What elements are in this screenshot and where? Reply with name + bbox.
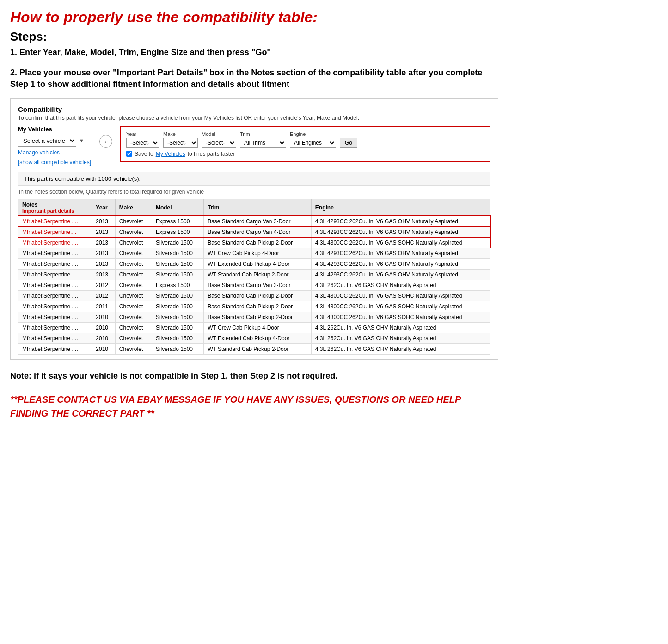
table-cell: Base Standard Cab Pickup 2-Door [204, 301, 312, 312]
ymm-fields: Year -Select- Make -Select- Model -Selec… [120, 126, 490, 162]
table-cell: Silverado 1500 [152, 258, 203, 269]
cell-notes: Mfrlabel:Serpentine .... [18, 290, 92, 301]
table-cell: Silverado 1500 [152, 312, 203, 322]
table-cell: Chevrolet [115, 258, 152, 269]
table-cell: Express 1500 [152, 227, 203, 237]
col-engine: Engine [311, 199, 490, 216]
dropdown-arrow-icon: ▼ [79, 138, 84, 143]
table-cell: 4.3L 4293CC 262Cu. In. V6 GAS OHV Natura… [311, 227, 490, 237]
table-cell: 4.3L 4293CC 262Cu. In. V6 GAS OHV Natura… [311, 248, 490, 258]
engine-select[interactable]: All Engines [290, 138, 336, 148]
table-cell: 4.3L 262Cu. In. V6 GAS OHV Naturally Asp… [311, 322, 490, 333]
table-cell: Chevrolet [115, 280, 152, 290]
table-cell: Base Standard Cab Pickup 2-Door [204, 312, 312, 322]
table-row: Mfrlabel:Serpentine ....2010ChevroletSil… [18, 322, 490, 333]
table-cell: Base Standard Cab Pickup 2-Door [204, 237, 312, 248]
table-cell: 4.3L 4300CC 262Cu. In. V6 GAS SOHC Natur… [311, 290, 490, 301]
table-cell: 4.3L 4293CC 262Cu. In. V6 GAS OHV Natura… [311, 269, 490, 280]
cell-notes: Mfrlabel:Serpentine .... [18, 248, 92, 258]
table-cell: 4.3L 4300CC 262Cu. In. V6 GAS SOHC Natur… [311, 301, 490, 312]
engine-label: Engine [290, 131, 336, 137]
table-cell: 2013 [92, 227, 116, 237]
table-cell: Chevrolet [115, 343, 152, 354]
table-cell: Chevrolet [115, 216, 152, 227]
table-cell: 2011 [92, 301, 116, 312]
cell-notes: Mfrlabel:Serpentine .... [18, 301, 92, 312]
table-cell: Chevrolet [115, 301, 152, 312]
table-cell: Silverado 1500 [152, 290, 203, 301]
table-header-row: Notes Important part details Year Make M… [18, 199, 490, 216]
compatibility-table: Notes Important part details Year Make M… [18, 199, 490, 355]
table-cell: Chevrolet [115, 269, 152, 280]
table-cell: Base Standard Cargo Van 4-Door [204, 227, 312, 237]
table-cell: WT Standard Cab Pickup 2-Door [204, 269, 312, 280]
contact-text: **PLEASE CONTACT US VIA EBAY MESSAGE IF … [10, 393, 498, 420]
make-select[interactable]: -Select- [163, 138, 198, 148]
table-row: Mfrlabel:Serpentine ....2013ChevroletExp… [18, 216, 490, 227]
engine-field: Engine All Engines [290, 131, 336, 148]
ymm-row: Year -Select- Make -Select- Model -Selec… [126, 131, 484, 148]
table-cell: 2013 [92, 269, 116, 280]
table-cell: Express 1500 [152, 280, 203, 290]
table-cell: Base Standard Cargo Van 3-Door [204, 216, 312, 227]
table-cell: Silverado 1500 [152, 301, 203, 312]
cell-notes: Mfrlabel:Serpentine .... [18, 280, 92, 290]
table-cell: 2013 [92, 258, 116, 269]
model-field: Model -Select- [202, 131, 236, 148]
table-cell: 4.3L 4293CC 262Cu. In. V6 GAS OHV Natura… [311, 258, 490, 269]
table-cell: Chevrolet [115, 248, 152, 258]
select-vehicle-dropdown[interactable]: Select a vehicle [18, 135, 76, 147]
table-cell: Silverado 1500 [152, 269, 203, 280]
table-row: Mfrlabel:Serpentine ....2010ChevroletSil… [18, 343, 490, 354]
compatibility-widget: Compatibility To confirm that this part … [10, 98, 498, 360]
or-circle: or [99, 135, 112, 148]
table-cell: Base Standard Cargo Van 3-Door [204, 280, 312, 290]
col-year: Year [92, 199, 116, 216]
table-cell: 2010 [92, 343, 116, 354]
model-select[interactable]: -Select- [202, 138, 236, 148]
col-trim: Trim [204, 199, 312, 216]
manage-vehicles-link[interactable]: Manage vehicles [18, 149, 92, 156]
table-row: Mfrlabel:Serpentine ....2010ChevroletSil… [18, 333, 490, 343]
go-button[interactable]: Go [340, 138, 357, 148]
table-cell: 2010 [92, 333, 116, 343]
my-vehicles-save-link[interactable]: My Vehicles [156, 151, 185, 157]
my-vehicles-label: My Vehicles [18, 126, 92, 133]
table-row: Mfrlabel:Serpentine ....2013ChevroletSil… [18, 269, 490, 280]
col-notes: Notes Important part details [18, 199, 92, 216]
save-row: Save to My Vehicles to finds parts faste… [126, 151, 484, 157]
table-row: Mfrlabel:Serpentine ....2013ChevroletSil… [18, 248, 490, 258]
step1-text: 1. Enter Year, Make, Model, Trim, Engine… [10, 47, 498, 58]
table-row: Mfrlabel:Serpentine ....2013ChevroletSil… [18, 237, 490, 248]
table-cell: 4.3L 262Cu. In. V6 GAS OHV Naturally Asp… [311, 343, 490, 354]
compat-title: Compatibility [18, 105, 490, 113]
cell-notes: Mfrlabel:Serpentine .... [18, 216, 92, 227]
year-label: Year [126, 131, 159, 137]
table-cell: WT Standard Cab Pickup 2-Door [204, 343, 312, 354]
make-label: Make [163, 131, 198, 137]
table-cell: 2013 [92, 216, 116, 227]
table-cell: 2013 [92, 248, 116, 258]
show-all-link[interactable]: [show all compatible vehicles] [18, 159, 91, 166]
table-cell: Chevrolet [115, 227, 152, 237]
save-checkbox[interactable] [126, 151, 132, 157]
trim-select[interactable]: All Trims [240, 138, 286, 148]
col-make: Make [115, 199, 152, 216]
cell-notes: Mfrlabel:Serpentine.... [18, 227, 92, 237]
table-cell: 4.3L 4300CC 262Cu. In. V6 GAS SOHC Natur… [311, 237, 490, 248]
cell-notes: Mfrlabel:Serpentine .... [18, 237, 92, 248]
year-select[interactable]: -Select- [126, 138, 159, 148]
table-cell: Chevrolet [115, 322, 152, 333]
cell-notes: Mfrlabel:Serpentine .... [18, 333, 92, 343]
table-cell: WT Crew Cab Pickup 4-Door [204, 322, 312, 333]
table-cell: Express 1500 [152, 216, 203, 227]
table-row: Mfrlabel:Serpentine....2013ChevroletExpr… [18, 227, 490, 237]
table-cell: Chevrolet [115, 333, 152, 343]
table-cell: Base Standard Cab Pickup 2-Door [204, 290, 312, 301]
table-cell: 2013 [92, 237, 116, 248]
cell-notes: Mfrlabel:Serpentine .... [18, 322, 92, 333]
table-row: Mfrlabel:Serpentine ....2010ChevroletSil… [18, 312, 490, 322]
table-cell: Silverado 1500 [152, 333, 203, 343]
cell-notes: Mfrlabel:Serpentine .... [18, 269, 92, 280]
table-cell: Silverado 1500 [152, 248, 203, 258]
